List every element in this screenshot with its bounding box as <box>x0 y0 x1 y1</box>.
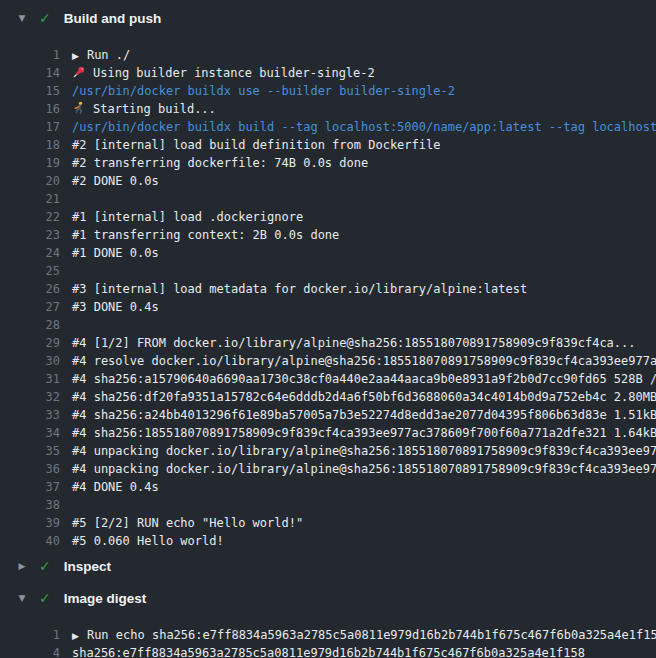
line-number-link[interactable]: 37 <box>0 478 60 496</box>
log-text: #4 sha256:df20fa9351a15782c64e6dddb2d4a6… <box>60 388 656 406</box>
line-number-link[interactable]: 21 <box>0 190 60 208</box>
log-line: 19#2 transferring dockerfile: 74B 0.0s d… <box>0 154 656 172</box>
log-line: 27#3 DONE 0.4s <box>0 298 656 316</box>
log-text: #4 DONE 0.4s <box>60 478 159 496</box>
log-line: 31#4 sha256:a15790640a6690aa1730c38cf0a4… <box>0 370 656 388</box>
log-line: 15/usr/bin/docker buildx use --builder b… <box>0 82 656 100</box>
log-line: 30#4 resolve docker.io/library/alpine@sh… <box>0 352 656 370</box>
log-line: 37#4 DONE 0.4s <box>0 478 656 496</box>
line-number-link[interactable]: 14 <box>0 64 60 82</box>
line-number-link[interactable]: 32 <box>0 388 60 406</box>
chevron-down-icon: ▼ <box>16 13 28 23</box>
log-line: 20#2 DONE 0.0s <box>0 172 656 190</box>
section-header-build-and-push[interactable]: ▼✓Build and push <box>0 2 656 34</box>
log-line: 26#3 [internal] load metadata for docker… <box>0 280 656 298</box>
line-number-link[interactable]: 28 <box>0 316 60 334</box>
chevron-right-icon: ▶ <box>16 561 28 571</box>
log-text-content: #1 DONE 0.0s <box>72 246 159 260</box>
line-number-link[interactable]: 34 <box>0 424 60 442</box>
line-number-link[interactable]: 17 <box>0 118 60 136</box>
log-text: /usr/bin/docker buildx build --tag local… <box>60 118 656 136</box>
log-text: #3 [internal] load metadata for docker.i… <box>60 280 527 298</box>
log-text: Using builder instance builder-single-2 <box>60 64 375 82</box>
log-text: #4 sha256:185518070891758909c9f839cf4ca3… <box>60 424 656 442</box>
line-number-link[interactable]: 19 <box>0 154 60 172</box>
log-line: 18#2 [internal] load build definition fr… <box>0 136 656 154</box>
log-text: #4 unpacking docker.io/library/alpine@sh… <box>60 442 656 460</box>
log-text: #1 transferring context: 2B 0.0s done <box>60 226 339 244</box>
line-number-link[interactable]: 20 <box>0 172 60 190</box>
log-line: 34#4 sha256:185518070891758909c9f839cf4c… <box>0 424 656 442</box>
line-number-link[interactable]: 25 <box>0 262 60 280</box>
group-expander-icon[interactable]: ▶ <box>72 47 79 65</box>
line-number-link[interactable]: 27 <box>0 298 60 316</box>
line-number-link[interactable]: 18 <box>0 136 60 154</box>
line-number-link[interactable]: 36 <box>0 460 60 478</box>
log-text: ▶Run ./ <box>60 46 130 64</box>
line-number-link[interactable]: 31 <box>0 370 60 388</box>
line-number-link[interactable]: 24 <box>0 244 60 262</box>
log-text-content: #2 DONE 0.0s <box>72 174 159 188</box>
actions-log-viewer: ▼✓Build and push1▶Run ./14Using builder … <box>0 0 656 658</box>
line-number-link[interactable]: 1 <box>0 626 60 644</box>
line-number-link[interactable]: 1 <box>0 46 60 64</box>
section-title: Build and push <box>64 11 162 26</box>
log-text: #4 sha256:a24bb4013296f61e89ba57005a7b3e… <box>60 406 656 424</box>
log-line: 28 <box>0 316 656 334</box>
log-text: #3 DONE 0.4s <box>60 298 159 316</box>
log-text-content: #1 [internal] load .dockerignore <box>72 210 303 224</box>
line-number-link[interactable]: 30 <box>0 352 60 370</box>
log-text-content: /usr/bin/docker buildx use --builder bui… <box>72 84 455 98</box>
log-line: 29#4 [1/2] FROM docker.io/library/alpine… <box>0 334 656 352</box>
check-icon: ✓ <box>39 590 51 606</box>
log-text-content: Using builder instance builder-single-2 <box>93 66 375 80</box>
line-number-link[interactable]: 16 <box>0 100 60 118</box>
log-text-content: #4 sha256:a15790640a6690aa1730c38cf0a440… <box>72 372 656 386</box>
log-text: #4 resolve docker.io/library/alpine@sha2… <box>60 352 656 370</box>
log-text-content: #4 sha256:df20fa9351a15782c64e6dddb2d4a6… <box>72 390 656 404</box>
log-text-content: #5 0.060 Hello world! <box>72 534 224 548</box>
log-text: /usr/bin/docker buildx use --builder bui… <box>60 82 455 100</box>
log-text-content: #4 sha256:a24bb4013296f61e89ba57005a7b3e… <box>72 408 656 422</box>
log-text <box>60 316 72 334</box>
log-text: #4 [1/2] FROM docker.io/library/alpine@s… <box>60 334 636 352</box>
line-number-link[interactable]: 39 <box>0 514 60 532</box>
log-text: sha256:e7ff8834a5963a2785c5a0811e979d16b… <box>60 644 585 658</box>
line-number-link[interactable]: 33 <box>0 406 60 424</box>
log-text-content: #4 sha256:185518070891758909c9f839cf4ca3… <box>72 426 656 440</box>
log-text-content: #3 [internal] load metadata for docker.i… <box>72 282 527 296</box>
log-line: 36#4 unpacking docker.io/library/alpine@… <box>0 460 656 478</box>
line-number-link[interactable]: 40 <box>0 532 60 550</box>
log-text-content: #1 transferring context: 2B 0.0s done <box>72 228 339 242</box>
line-number-link[interactable]: 38 <box>0 496 60 514</box>
log-line: 17/usr/bin/docker buildx build --tag loc… <box>0 118 656 136</box>
log-line: 1▶Run echo sha256:e7ff8834a5963a2785c5a0… <box>0 626 656 644</box>
line-number-link[interactable]: 15 <box>0 82 60 100</box>
line-number-link[interactable]: 35 <box>0 442 60 460</box>
line-number-link[interactable]: 22 <box>0 208 60 226</box>
line-number-link[interactable]: 29 <box>0 334 60 352</box>
log-text: #2 DONE 0.0s <box>60 172 159 190</box>
log-block-image-digest: 1▶Run echo sha256:e7ff8834a5963a2785c5a0… <box>0 614 656 658</box>
log-text-content: #4 [1/2] FROM docker.io/library/alpine@s… <box>72 336 636 350</box>
group-expander-icon[interactable]: ▶ <box>72 627 79 645</box>
log-text: #5 [2/2] RUN echo "Hello world!" <box>60 514 303 532</box>
section-header-inspect[interactable]: ▶✓Inspect <box>0 550 656 582</box>
section-title: Image digest <box>64 591 147 606</box>
log-line: 24#1 DONE 0.0s <box>0 244 656 262</box>
log-text: #5 0.060 Hello world! <box>60 532 224 550</box>
log-text-content: Run echo sha256:e7ff8834a5963a2785c5a081… <box>87 628 656 642</box>
line-number-link[interactable]: 26 <box>0 280 60 298</box>
log-text: #4 sha256:a15790640a6690aa1730c38cf0a440… <box>60 370 656 388</box>
log-line: 1▶Run ./ <box>0 46 656 64</box>
log-line: 35#4 unpacking docker.io/library/alpine@… <box>0 442 656 460</box>
log-text-content: #4 DONE 0.4s <box>72 480 159 494</box>
log-text: #4 unpacking docker.io/library/alpine@sh… <box>60 460 656 478</box>
section-header-image-digest[interactable]: ▼✓Image digest <box>0 582 656 614</box>
log-line: 33#4 sha256:a24bb4013296f61e89ba57005a7b… <box>0 406 656 424</box>
line-number-link[interactable]: 4 <box>0 644 60 658</box>
log-text-content: #4 unpacking docker.io/library/alpine@sh… <box>72 444 656 458</box>
log-line: 16Starting build... <box>0 100 656 118</box>
line-number-link[interactable]: 23 <box>0 226 60 244</box>
log-text: #2 [internal] load build definition from… <box>60 136 440 154</box>
